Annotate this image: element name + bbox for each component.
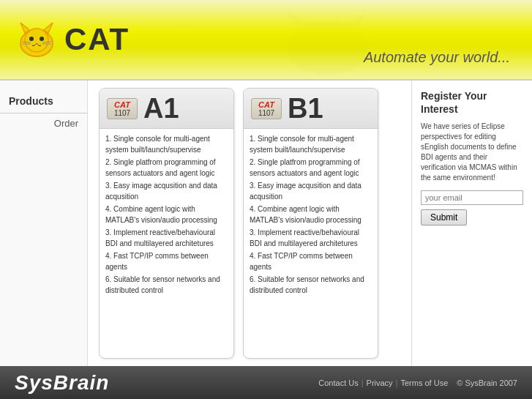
feature-a1-6: 4. Fast TCP/IP comms between agents xyxy=(105,250,228,272)
product-card-a1: CAT 1107 A1 1. Single console for multi-… xyxy=(99,88,234,359)
footer-links: Contact Us | Privacy | Terms of Use © Sy… xyxy=(318,379,517,387)
main-content: Products Order CAT 1107 A1 1. Single con… xyxy=(0,81,532,366)
feature-b1-3: 3. Easy image acqusition and data acqusi… xyxy=(250,180,372,202)
submit-button[interactable]: Submit xyxy=(421,209,467,225)
badge-cat-text-b1: CAT xyxy=(255,100,278,109)
product-name-b1: B1 xyxy=(288,94,323,122)
feature-b1-4: 4. Combine agent logic with MATLAB's vis… xyxy=(250,204,372,225)
product-badge-a1: CAT 1107 xyxy=(107,98,138,119)
terms-link[interactable]: Terms of Use xyxy=(400,379,448,387)
logo-text: CAT xyxy=(64,22,130,57)
footer: SysBrain Contact Us | Privacy | Terms of… xyxy=(0,366,532,399)
sep-1: | xyxy=(361,379,364,387)
svg-point-11 xyxy=(287,20,367,75)
badge-num-b1: 1107 xyxy=(255,109,278,117)
feature-a1-4: 4. Combine agent logic with MATLAB's vis… xyxy=(105,204,228,225)
product-features-a1: 1. Single console for multi-agent system… xyxy=(100,129,233,302)
product-header-b1: CAT 1107 B1 xyxy=(244,89,378,129)
contact-us-link[interactable]: Contact Us xyxy=(318,379,358,387)
svg-marker-3 xyxy=(44,23,53,33)
logo-area: CAT xyxy=(15,20,130,60)
sidebar-products-label: Products xyxy=(0,92,87,113)
product-badge-b1: CAT 1107 xyxy=(251,98,282,119)
svg-point-4 xyxy=(29,37,34,41)
feature-a1-3: 3. Easy image acqusition and data acqusi… xyxy=(105,180,228,202)
product-name-a1: A1 xyxy=(143,94,179,122)
header: CAT Automate your world... xyxy=(0,0,532,81)
feature-a1-5: 3. Implement reactive/behavioural BDI an… xyxy=(105,227,228,249)
svg-marker-2 xyxy=(20,23,29,33)
svg-point-5 xyxy=(40,37,44,41)
product-features-b1: 1. Single console for multi-agent system… xyxy=(244,129,378,302)
feature-b1-6: 4. Fast TCP/IP comms between agents xyxy=(250,250,372,272)
product-card-b1: CAT 1107 B1 1. Single console for multi-… xyxy=(243,88,378,359)
footer-copyright: © SysBrain 2007 xyxy=(457,379,517,387)
register-title: Register Your Interest xyxy=(421,89,523,116)
feature-a1-7: 6. Suitable for sensor networks and dist… xyxy=(105,274,228,296)
feature-b1-5: 3. Implement reactive/behavioural BDI an… xyxy=(250,227,372,249)
badge-cat-text-a1: CAT xyxy=(110,100,134,109)
badge-num-a1: 1107 xyxy=(110,109,134,117)
email-input[interactable] xyxy=(421,190,523,205)
cat-logo-icon xyxy=(15,20,59,60)
feature-a1-2: 2. Single platfrom programming of sensor… xyxy=(105,157,228,179)
register-description: We have series of Eclipse perspectives f… xyxy=(421,122,523,183)
svg-marker-14 xyxy=(348,7,370,27)
svg-marker-13 xyxy=(285,7,307,27)
feature-b1-7: 6. Suitable for sensor networks and dist… xyxy=(250,274,372,296)
header-watermark xyxy=(269,4,386,92)
footer-brand: SysBrain xyxy=(15,371,109,395)
feature-a1-1: 1. Single console for multi-agent system… xyxy=(105,133,228,155)
right-panel: Register Your Interest We have series of… xyxy=(411,81,532,366)
sep-2: | xyxy=(396,379,398,387)
feature-b1-1: 1. Single console for multi-agent system… xyxy=(250,133,372,155)
feature-b1-2: 2. Single platfrom programming of sensor… xyxy=(250,157,372,179)
product-header-a1: CAT 1107 A1 xyxy=(100,89,233,129)
sidebar: Products Order xyxy=(0,81,88,366)
privacy-link[interactable]: Privacy xyxy=(367,379,393,387)
svg-point-1 xyxy=(25,29,48,52)
sidebar-order-link[interactable]: Order xyxy=(0,113,87,133)
tagline: Automate your world... xyxy=(364,49,510,66)
products-area: CAT 1107 A1 1. Single console for multi-… xyxy=(88,81,411,366)
